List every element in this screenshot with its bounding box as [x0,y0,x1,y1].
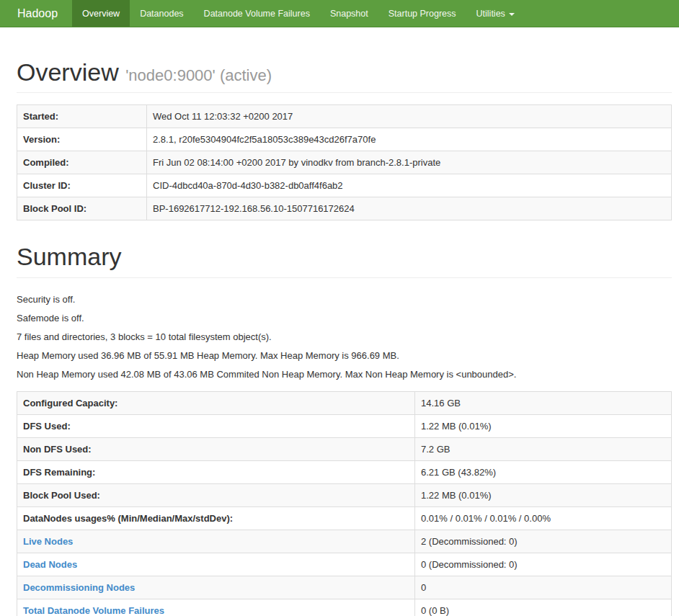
table-row: DFS Remaining: 6.21 GB (43.82%) [17,460,672,483]
row-value: 0 (Decommissioned: 0) [415,553,672,576]
hadoop-brand-link[interactable]: Hadoop [0,0,72,27]
table-row: Non DFS Used: 7.2 GB [17,437,672,460]
summary-line: Heap Memory used 36.96 MB of 55.91 MB He… [17,350,672,361]
row-label: DataNodes usages% (Min/Median/Max/stdDev… [17,506,415,530]
page-title: Overview 'node0:9000' (active) [17,59,672,86]
table-row: Live Nodes 2 (Decommissioned: 0) [17,530,672,553]
cluster-metrics-table: Configured Capacity: 14.16 GB DFS Used: … [17,391,672,616]
table-row: Started: Wed Oct 11 12:03:32 +0200 2017 [17,105,672,128]
row-value: BP-1692617712-192.168.56.10-150771617262… [147,197,672,220]
row-label: Decommissioning Nodes [17,576,415,599]
row-value: 0 [415,576,672,599]
row-value: 0.01% / 0.01% / 0.01% / 0.00% [415,506,672,530]
nav-item-overview[interactable]: Overview [72,0,130,27]
row-label: DFS Used: [17,414,415,437]
row-label: Dead Nodes [17,553,415,576]
summary-title: Summary [17,244,672,270]
overview-header: Overview 'node0:9000' (active) [17,59,672,93]
row-label: Started: [17,105,147,128]
decommissioning-nodes-link[interactable]: Decommissioning Nodes [23,582,135,593]
row-value: Fri Jun 02 08:14:00 +0200 2017 by vinodk… [147,151,672,174]
page-title-subtitle: 'node0:9000' (active) [125,66,272,84]
namenode-info-table: Started: Wed Oct 11 12:03:32 +0200 2017 … [17,104,672,220]
row-label: DFS Remaining: [17,460,415,483]
nav-item-startup-progress[interactable]: Startup Progress [378,0,466,27]
main-content: Overview 'node0:9000' (active) Started: … [0,59,679,616]
row-value: 14.16 GB [415,391,672,414]
summary-line: Non Heap Memory used 42.08 MB of 43.06 M… [17,369,672,380]
table-row: DataNodes usages% (Min/Median/Max/stdDev… [17,506,672,530]
row-value: 1.22 MB (0.01%) [415,483,672,506]
row-label: Live Nodes [17,530,415,553]
table-row: Block Pool ID: BP-1692617712-192.168.56.… [17,197,672,220]
table-row: Cluster ID: CID-4dbcd40a-870d-4d30-b382-… [17,174,672,197]
nav-item-datanodes[interactable]: Datanodes [130,0,193,27]
table-row: Compiled: Fri Jun 02 08:14:00 +0200 2017… [17,151,672,174]
row-label: Configured Capacity: [17,391,415,414]
nav-item-utilities[interactable]: Utilities [466,0,525,27]
chevron-down-icon [509,13,515,16]
row-value: 6.21 GB (43.82%) [415,460,672,483]
row-label: Compiled: [17,151,147,174]
page-title-text: Overview [17,58,119,86]
summary-line: Security is off. [17,294,672,305]
table-row: Total Datanode Volume Failures 0 (0 B) [17,599,672,616]
total-datanode-volume-failures-link[interactable]: Total Datanode Volume Failures [23,605,164,616]
table-row: DFS Used: 1.22 MB (0.01%) [17,414,672,437]
row-value: 2 (Decommissioned: 0) [415,530,672,553]
row-value: Wed Oct 11 12:03:32 +0200 2017 [147,105,672,128]
row-label: Block Pool ID: [17,197,147,220]
nav-item-datanode-volume-failures[interactable]: Datanode Volume Failures [194,0,320,27]
top-navbar: Hadoop Overview Datanodes Datanode Volum… [0,0,679,27]
row-label: Non DFS Used: [17,437,415,460]
table-row: Block Pool Used: 1.22 MB (0.01%) [17,483,672,506]
summary-line: Safemode is off. [17,313,672,323]
row-label: Cluster ID: [17,174,147,197]
row-value: 2.8.1, r20fe5304904fc2f5a18053c389e43cd2… [147,128,672,151]
row-label: Version: [17,128,147,151]
table-row: Configured Capacity: 14.16 GB [17,391,672,414]
table-row: Version: 2.8.1, r20fe5304904fc2f5a18053c… [17,128,672,151]
row-label: Total Datanode Volume Failures [17,599,415,616]
row-value: 7.2 GB [415,437,672,460]
table-row: Decommissioning Nodes 0 [17,576,672,599]
row-value: 1.22 MB (0.01%) [415,414,672,437]
summary-paragraphs: Security is off. Safemode is off. 7 file… [17,294,672,380]
live-nodes-link[interactable]: Live Nodes [23,536,73,547]
row-value: 0 (0 B) [415,599,672,616]
summary-line: 7 files and directories, 3 blocks = 10 t… [17,331,672,342]
summary-header: Summary [17,244,672,277]
row-label: Block Pool Used: [17,483,415,506]
row-value: CID-4dbcd40a-870d-4d30-b382-db0aff4f6ab2 [147,174,672,197]
nav-item-snapshot[interactable]: Snapshot [320,0,378,27]
nav-item-utilities-label: Utilities [476,9,505,19]
table-row: Dead Nodes 0 (Decommissioned: 0) [17,553,672,576]
dead-nodes-link[interactable]: Dead Nodes [23,559,77,570]
